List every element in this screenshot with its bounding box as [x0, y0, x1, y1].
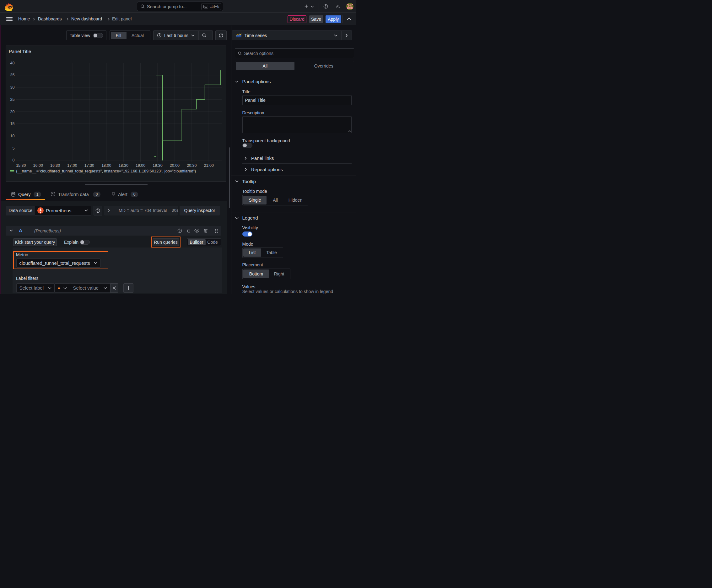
svg-text:35: 35	[10, 73, 15, 77]
svg-text:21:00: 21:00	[204, 163, 214, 168]
svg-text:15: 15	[10, 122, 15, 126]
svg-text:{__name__="cloudflared_tunnel_: {__name__="cloudflared_tunnel_total_requ…	[16, 169, 196, 173]
svg-text:16:00: 16:00	[33, 163, 43, 168]
svg-text:19:00: 19:00	[136, 163, 145, 168]
svg-text:10: 10	[10, 134, 15, 138]
svg-text:17:00: 17:00	[67, 163, 77, 168]
svg-text:40: 40	[10, 61, 15, 65]
svg-text:18:00: 18:00	[102, 163, 111, 168]
svg-text:20: 20	[10, 110, 15, 114]
svg-text:30: 30	[10, 85, 15, 89]
svg-text:19:30: 19:30	[153, 163, 162, 168]
svg-text:5: 5	[13, 146, 15, 150]
svg-text:20:30: 20:30	[187, 163, 196, 168]
svg-text:17:30: 17:30	[84, 163, 94, 168]
svg-text:20:00: 20:00	[170, 163, 179, 168]
svg-text:15:30: 15:30	[16, 163, 26, 168]
svg-text:16:30: 16:30	[50, 163, 60, 168]
svg-text:18:30: 18:30	[118, 163, 128, 168]
svg-text:0: 0	[13, 158, 15, 162]
svg-text:25: 25	[10, 97, 15, 102]
